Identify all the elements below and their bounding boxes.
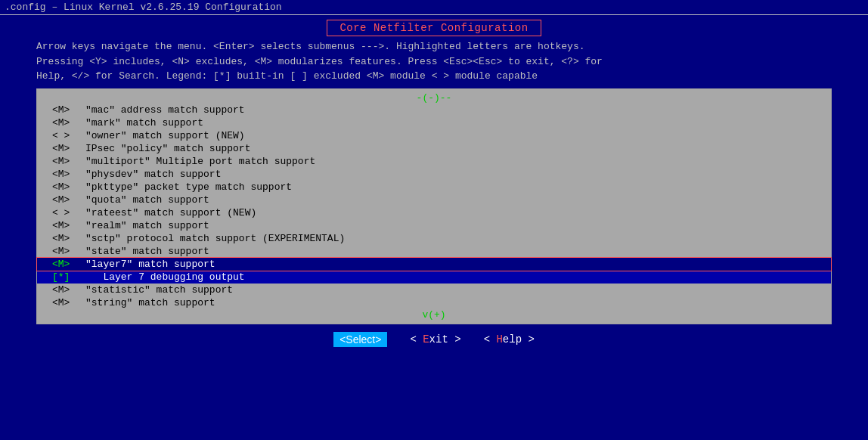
item-label: "statistic" match support (85, 284, 233, 296)
item-tag: <M> (52, 246, 82, 257)
help-line1: Arrow keys navigate the menu. <Enter> se… (36, 39, 832, 54)
main-content: Core Netfilter Configuration Arrow keys … (6, 20, 862, 350)
item-tag: <M> (52, 104, 82, 116)
item-tag: [*] (52, 271, 82, 283)
menu-item[interactable]: <M>"multiport" Multiple port match suppo… (37, 155, 831, 168)
menu-item[interactable]: <M>"sctp" protocol match support (EXPERI… (37, 232, 831, 245)
item-tag: <M> (52, 181, 82, 193)
item-label: "physdev" match support (85, 169, 221, 180)
menu-box: -(-)-- <M>"mac" address match support<M>… (36, 88, 832, 324)
item-label: "multiport" Multiple port match support (85, 156, 315, 167)
item-tag: <M> (52, 284, 82, 296)
exit-button[interactable]: < Exit > (410, 333, 460, 345)
title-bar: .config – Linux Kernel v2.6.25.19 Config… (0, 0, 868, 15)
item-label: "string" match support (85, 297, 215, 308)
help-line2: Pressing <Y> includes, <N> excludes, <M>… (36, 54, 832, 70)
exit-hotkey: E (423, 333, 429, 345)
select-button[interactable]: <Select> (333, 332, 387, 347)
bottom-bar: <Select> < Exit > < Help > (6, 329, 862, 350)
item-label: "quota" match support (85, 194, 209, 206)
menu-item[interactable]: <M>IPsec "policy" match support (37, 142, 831, 155)
item-label: "mac" address match support (85, 104, 245, 116)
item-tag: <M> (52, 156, 82, 167)
scroll-down-indicator: v(+) (37, 309, 831, 321)
item-label: "layer7" match support (85, 259, 215, 270)
menu-item[interactable]: <M>"state" match support (37, 245, 831, 258)
item-label: "realm" match support (85, 220, 209, 231)
item-tag: <M> (52, 259, 82, 270)
item-label: IPsec "policy" match support (85, 143, 250, 154)
menu-item[interactable]: <M>"layer7" match support (37, 258, 831, 271)
app-window: .config – Linux Kernel v2.6.25.19 Config… (0, 0, 868, 440)
menu-item[interactable]: <M>"quota" match support (37, 194, 831, 206)
item-tag: < > (52, 130, 82, 141)
menu-item[interactable]: <M>"mark" match support (37, 116, 831, 129)
menu-list: <M>"mac" address match support<M>"mark" … (37, 104, 831, 309)
item-label: "pkttype" packet type match support (85, 181, 292, 193)
menu-item[interactable]: <M>"realm" match support (37, 219, 831, 232)
menu-item[interactable]: <M>"pkttype" packet type match support (37, 181, 831, 194)
help-button[interactable]: < Help > (484, 333, 535, 345)
menu-item[interactable]: <M>"mac" address match support (37, 104, 831, 116)
menu-item[interactable]: <M>"physdev" match support (37, 168, 831, 181)
item-label: Layer 7 debugging output (85, 271, 245, 283)
menu-item[interactable]: [*] Layer 7 debugging output (37, 271, 831, 284)
item-tag: <M> (52, 117, 82, 129)
item-tag: <M> (52, 297, 82, 308)
item-tag: <M> (52, 194, 82, 206)
help-hotkey: H (496, 333, 502, 345)
scroll-up-indicator: -(-)-- (37, 92, 831, 104)
item-label: "state" match support (85, 246, 209, 257)
help-text: Arrow keys navigate the menu. <Enter> se… (36, 39, 832, 84)
item-tag: <M> (52, 143, 82, 154)
item-label: "owner" match support (NEW) (85, 130, 245, 141)
item-tag: <M> (52, 169, 82, 180)
item-tag: <M> (52, 220, 82, 231)
help-line3: Help, </> for Search. Legend: [*] built-… (36, 69, 832, 84)
item-tag: <M> (52, 233, 82, 244)
menu-item[interactable]: <M>"statistic" match support (37, 284, 831, 296)
item-label: "sctp" protocol match support (EXPERIMEN… (85, 233, 345, 244)
title-label: .config – Linux Kernel v2.6.25.19 Config… (5, 2, 282, 13)
item-tag: < > (52, 207, 82, 218)
item-label: "mark" match support (85, 117, 203, 129)
menu-item[interactable]: <M>"string" match support (37, 296, 831, 309)
item-label: "rateest" match support (NEW) (85, 207, 256, 218)
dialog-title: Core Netfilter Configuration (327, 20, 541, 36)
menu-item[interactable]: < >"rateest" match support (NEW) (37, 206, 831, 219)
menu-item[interactable]: < >"owner" match support (NEW) (37, 129, 831, 142)
